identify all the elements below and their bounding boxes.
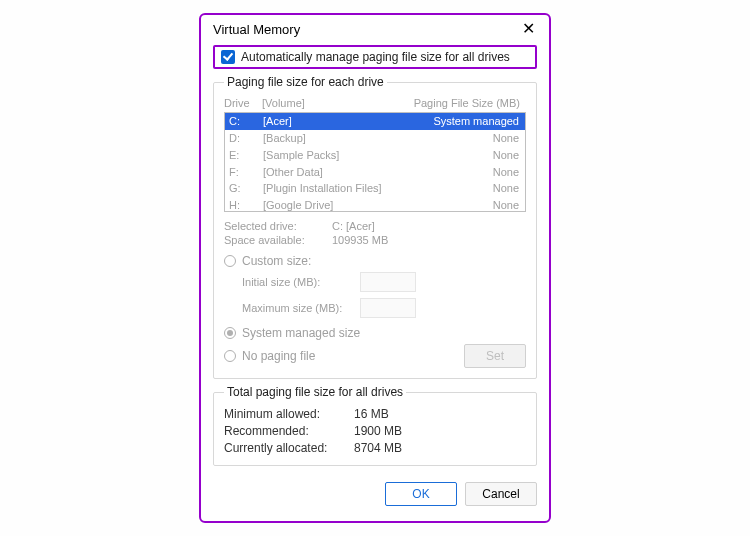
drive-row[interactable]: G: [Plugin Installation Files] None bbox=[225, 180, 525, 197]
dialog-content: Automatically manage paging file size fo… bbox=[201, 41, 549, 476]
drive-volume: [Backup] bbox=[263, 131, 403, 146]
drive-size: None bbox=[403, 181, 521, 196]
drive-letter: C: bbox=[229, 114, 263, 129]
drive-row[interactable]: F: [Other Data] None bbox=[225, 164, 525, 181]
custom-size-radio[interactable] bbox=[224, 255, 236, 267]
recommended-value: 1900 MB bbox=[354, 424, 402, 438]
drive-letter: D: bbox=[229, 131, 263, 146]
totals-fieldset: Total paging file size for all drives Mi… bbox=[213, 385, 537, 466]
no-paging-label: No paging file bbox=[242, 349, 315, 363]
selected-drive-label: Selected drive: bbox=[224, 220, 332, 232]
system-managed-radio[interactable] bbox=[224, 327, 236, 339]
totals-legend: Total paging file size for all drives bbox=[224, 385, 406, 399]
min-allowed-value: 16 MB bbox=[354, 407, 389, 421]
custom-size-inputs: Initial size (MB): Maximum size (MB): bbox=[242, 272, 526, 318]
drive-volume: [Plugin Installation Files] bbox=[263, 181, 403, 196]
per-drive-legend: Paging file size for each drive bbox=[224, 75, 387, 89]
drive-volume: [Google Drive] bbox=[263, 198, 403, 212]
close-icon[interactable]: ✕ bbox=[518, 21, 539, 37]
ok-button[interactable]: OK bbox=[385, 482, 457, 506]
currently-allocated-label: Currently allocated: bbox=[224, 441, 354, 455]
system-managed-label: System managed size bbox=[242, 326, 360, 340]
currently-allocated-value: 8704 MB bbox=[354, 441, 402, 455]
drive-list[interactable]: C: [Acer] System managed D: [Backup] Non… bbox=[224, 112, 526, 212]
drive-size: None bbox=[403, 148, 521, 163]
initial-size-input[interactable] bbox=[360, 272, 416, 292]
space-available-value: 109935 MB bbox=[332, 234, 388, 246]
maximum-size-label: Maximum size (MB): bbox=[242, 302, 360, 314]
no-paging-radio-row[interactable]: No paging file bbox=[224, 349, 315, 363]
recommended-label: Recommended: bbox=[224, 424, 354, 438]
system-managed-radio-row[interactable]: System managed size bbox=[224, 326, 526, 340]
drive-volume: [Other Data] bbox=[263, 165, 403, 180]
drive-size: None bbox=[403, 131, 521, 146]
auto-manage-checkbox[interactable] bbox=[221, 50, 235, 64]
dialog-action-row: OK Cancel bbox=[201, 476, 549, 516]
space-available-label: Space available: bbox=[224, 234, 332, 246]
virtual-memory-dialog: Virtual Memory ✕ Automatically manage pa… bbox=[199, 13, 551, 523]
auto-manage-row[interactable]: Automatically manage paging file size fo… bbox=[213, 45, 537, 69]
set-button[interactable]: Set bbox=[464, 344, 526, 368]
drive-row[interactable]: D: [Backup] None bbox=[225, 130, 525, 147]
drive-row[interactable]: C: [Acer] System managed bbox=[225, 113, 525, 130]
maximum-size-input[interactable] bbox=[360, 298, 416, 318]
drive-row[interactable]: E: [Sample Packs] None bbox=[225, 147, 525, 164]
drive-size: None bbox=[403, 198, 521, 212]
drive-volume: [Sample Packs] bbox=[263, 148, 403, 163]
drive-letter: F: bbox=[229, 165, 263, 180]
header-drive: Drive bbox=[224, 97, 262, 109]
window-title: Virtual Memory bbox=[213, 22, 300, 37]
drive-letter: E: bbox=[229, 148, 263, 163]
custom-size-label: Custom size: bbox=[242, 254, 311, 268]
drive-volume: [Acer] bbox=[263, 114, 403, 129]
titlebar: Virtual Memory ✕ bbox=[201, 15, 549, 41]
header-volume: [Volume] bbox=[262, 97, 402, 109]
min-allowed-label: Minimum allowed: bbox=[224, 407, 354, 421]
initial-size-label: Initial size (MB): bbox=[242, 276, 360, 288]
no-paging-radio[interactable] bbox=[224, 350, 236, 362]
drive-list-header: Drive [Volume] Paging File Size (MB) bbox=[224, 95, 526, 112]
drive-row[interactable]: H: [Google Drive] None bbox=[225, 197, 525, 212]
selected-drive-value: C: [Acer] bbox=[332, 220, 375, 232]
drive-size: None bbox=[403, 165, 521, 180]
cancel-button[interactable]: Cancel bbox=[465, 482, 537, 506]
auto-manage-label: Automatically manage paging file size fo… bbox=[241, 50, 510, 64]
header-paging-size: Paging File Size (MB) bbox=[402, 97, 526, 109]
drive-letter: G: bbox=[229, 181, 263, 196]
drive-letter: H: bbox=[229, 198, 263, 212]
selected-drive-info: Selected drive: C: [Acer] Space availabl… bbox=[224, 220, 526, 246]
custom-size-radio-row[interactable]: Custom size: bbox=[224, 254, 526, 268]
drive-size: System managed bbox=[403, 114, 521, 129]
per-drive-fieldset: Paging file size for each drive Drive [V… bbox=[213, 75, 537, 379]
